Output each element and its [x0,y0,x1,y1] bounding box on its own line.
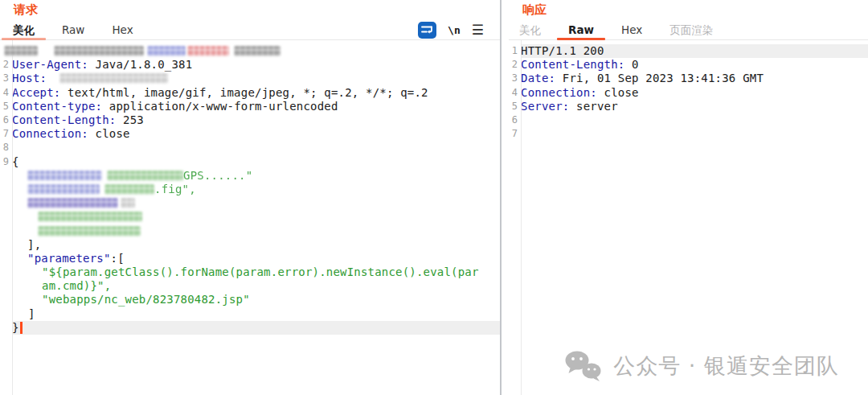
code-text [12,224,500,237]
response-panel-title: 响应 [509,0,868,21]
code-token: Content-Length: [521,58,624,72]
code-line: GPS......" [0,169,500,183]
indent [38,51,54,51]
line-number: 5 [509,100,521,113]
line-number: 2 [0,58,12,72]
code-text: } [12,321,500,335]
code-text [12,196,500,210]
code-token: "${param.getClass().forName(param.error)… [42,265,479,279]
indent [47,78,59,79]
code-token: Content-type: [12,100,102,113]
request-tabbar: 美化RawHex \n ☰ [0,21,500,40]
redacted-text [147,46,186,56]
redacted-text [187,46,229,56]
code-line [0,224,500,237]
code-line: 9{ [0,155,500,169]
code-token: User-Agent: [12,58,88,72]
redacted-text [4,46,38,56]
code-token: HTTP/1.1 200 [521,44,604,58]
redacted-text [38,212,142,222]
code-line: 4Connection: close [509,86,868,100]
code-text [521,113,868,127]
code-line: 3Host: [0,72,500,85]
code-token: ] [28,307,35,321]
indent [12,245,27,245]
code-line: ], [0,238,500,252]
line-number: 4 [509,86,521,100]
code-line: 2Content-Length: 0 [509,58,868,72]
tab-beautify[interactable]: 美化 [519,21,541,40]
code-token: Server: [521,100,569,113]
tab-raw[interactable]: Raw [568,21,594,40]
code-token: 0 [624,58,638,72]
line-number: 3 [0,72,12,85]
code-text [0,44,500,58]
panel-splitter[interactable] [500,0,502,395]
code-token: Fri, 01 Sep 2023 13:41:36 GMT [555,72,764,85]
tab-hex[interactable]: Hex [621,21,642,40]
code-text: Host: [12,72,500,85]
gutter-divider [12,40,13,395]
code-line: 5Content-type: application/x-www-form-ur… [0,100,500,113]
tab-beautify[interactable]: 美化 [13,21,35,40]
code-token: Connection: [12,127,88,141]
indent [12,258,27,259]
code-line: 8 [0,141,500,154]
code-line: "parameters":[ [0,252,500,265]
code-token: close [88,127,130,141]
menu-icon[interactable]: ☰ [472,23,484,37]
tab-raw[interactable]: Raw [62,21,84,40]
request-editor[interactable]: 2User-Agent: Java/1.8.0_3813Host:4Accept… [0,40,500,395]
code-line: 3Date: Fri, 01 Sep 2023 13:41:36 GMT [509,72,868,85]
code-text: ], [12,238,500,252]
code-text: Connection: close [521,86,868,100]
line-number: 1 [509,44,521,58]
code-text: HTTP/1.1 200 [521,44,868,58]
code-token: ], [27,238,41,252]
response-editor[interactable]: 1HTTP/1.1 2002Content-Length: 03Date: Fr… [509,40,868,395]
request-panel: 请求 美化RawHex \n ☰ 2User-Agent: Java/1.8. [0,0,500,395]
indent [12,299,42,300]
code-token: Date: [521,72,555,85]
redacted-text [234,46,280,56]
code-text: "${param.getClass().forName(param.error)… [12,265,500,279]
indent [12,203,27,204]
indent [12,189,27,190]
code-line: 2User-Agent: Java/1.8.0_381 [0,58,500,72]
code-text [12,141,500,154]
code-text: Content-Length: 0 [521,58,868,72]
code-line [0,210,500,224]
code-line: .fig", [0,183,500,196]
code-text: GPS......" [12,169,500,183]
redacted-text [59,73,168,84]
redacted-text [27,198,118,208]
code-text: "webapps/nc_web/823780482.jsp" [12,293,500,307]
code-token: GPS......" [183,169,252,183]
text-cursor [20,322,23,334]
line-number: 7 [0,127,12,141]
redacted-text [121,198,135,208]
code-token: Java/1.8.0_381 [88,58,192,72]
http-message-viewer: 请求 美化RawHex \n ☰ 2User-Agent: Java/1.8. [0,0,868,395]
newline-toggle-button[interactable]: \n [448,24,461,36]
line-number: 7 [509,127,521,141]
tab-hex[interactable]: Hex [112,21,133,40]
code-text: am.cmd)}", [12,279,500,293]
code-line: 4Accept: text/html, image/gif, image/jpe… [0,86,500,100]
line-number: 4 [0,86,12,100]
code-line: 6 [509,113,868,127]
redacted-text [107,171,183,181]
code-token: Host: [12,72,47,85]
code-token: Connection: [521,86,597,100]
code-line: 5Server: server [509,100,868,113]
code-text [12,210,500,224]
redacted-text [38,226,141,237]
tab-render[interactable]: 页面渲染 [669,21,713,40]
line-number: 2 [509,58,521,72]
indent [12,314,28,315]
word-wrap-icon[interactable] [418,22,436,39]
code-line: "webapps/nc_web/823780482.jsp" [0,293,500,307]
code-text: User-Agent: Java/1.8.0_381 [12,58,500,72]
code-token: text/html, image/gif, image/jpeg, *; q=.… [60,86,428,100]
code-token: .fig", [154,183,196,196]
